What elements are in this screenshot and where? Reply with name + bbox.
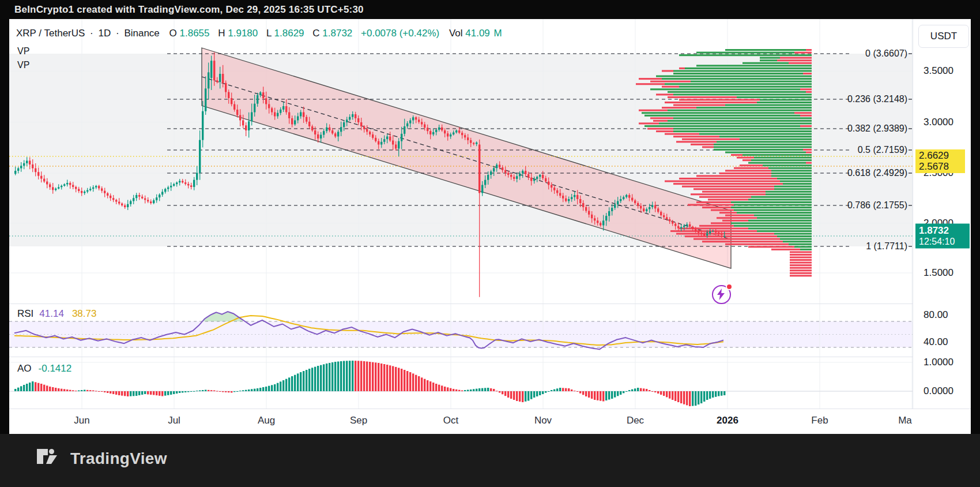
- time-axis-label: Jul: [168, 415, 180, 426]
- indicator-label-vp1[interactable]: VP: [17, 46, 29, 57]
- tradingview-logo[interactable]: TradingView: [37, 448, 167, 470]
- close-value: 1.8732: [322, 28, 352, 39]
- notification-dot-icon: [726, 283, 733, 290]
- alert-price-label[interactable]: 2.5678: [915, 160, 965, 173]
- ao-legend[interactable]: AO-0.1412: [17, 363, 71, 374]
- watermark-header: BeInCrypto1 created with TradingView.com…: [0, 0, 980, 19]
- time-axis-label: Aug: [258, 415, 275, 426]
- time-axis-label: 2026: [717, 415, 738, 426]
- time-axis-label: Feb: [811, 415, 828, 426]
- rsi-ma-value: 38.73: [72, 308, 97, 319]
- separator: ·: [116, 28, 119, 39]
- fib-level-label: 0.786 (2.1755): [846, 200, 907, 211]
- volume-unit: M: [494, 28, 502, 39]
- price-axis-label: 1.5000: [924, 267, 953, 279]
- volume-value: 41.09: [465, 28, 490, 39]
- volume-label: Vol: [449, 28, 463, 39]
- close-label: C: [312, 28, 319, 39]
- price-axis[interactable]: 3.50003.00002.50002.00001.500080.0040.00…: [913, 19, 971, 409]
- rsi-value: 41.14: [39, 308, 64, 319]
- time-axis-label: Dec: [627, 415, 644, 426]
- high-label: H: [218, 28, 225, 39]
- price-axis-label: 40.00: [924, 336, 948, 348]
- symbol-legend[interactable]: XRP / TetherUS · 1D · Binance O 1.8655 H…: [16, 28, 504, 39]
- open-label: O: [169, 28, 177, 39]
- time-axis-label: Ma: [898, 415, 912, 426]
- interval[interactable]: 1D: [99, 28, 111, 39]
- indicator-label-vp2[interactable]: VP: [17, 60, 29, 70]
- low-value: 1.8629: [274, 28, 304, 39]
- exchange: Binance: [124, 28, 159, 39]
- high-value: 1.9180: [228, 28, 258, 39]
- fib-level-label: 0.5 (2.7159): [846, 145, 907, 155]
- time-axis[interactable]: JunJulAugSepOctNovDec2026FebMa: [9, 409, 971, 434]
- fib-level-label: 0 (3.6607): [846, 48, 907, 59]
- separator: ·: [90, 28, 93, 39]
- tradingview-glyph-icon: [37, 448, 62, 470]
- low-label: L: [266, 28, 272, 39]
- ao-value: -0.1412: [39, 363, 72, 374]
- symbol-name[interactable]: XRP / TetherUS: [16, 28, 85, 39]
- current-price-tag: 1.873212:54:10: [915, 224, 970, 249]
- pane-divider[interactable]: [9, 357, 971, 357]
- fib-level-label: 1 (1.7711): [846, 241, 907, 252]
- price-axis-label: 3.5000: [924, 65, 953, 77]
- time-axis-label: Jun: [74, 415, 89, 426]
- price-axis-label: 80.00: [924, 309, 948, 321]
- price-axis-label: 3.0000: [924, 117, 953, 128]
- change-value: +0.0078 (+0.42%): [361, 28, 439, 39]
- footer-bar: TradingView: [0, 434, 980, 487]
- currency-toggle-button[interactable]: USDT: [918, 25, 969, 48]
- open-value: 1.8655: [180, 28, 210, 39]
- time-axis-label: Sep: [350, 415, 367, 426]
- price-axis-label: 0.0000: [924, 385, 953, 397]
- fib-level-label: 0.382 (2.9389): [846, 123, 907, 134]
- tradingview-wordmark: TradingView: [70, 449, 167, 468]
- flash-idea-button[interactable]: [712, 285, 731, 304]
- time-axis-label: Nov: [534, 415, 552, 426]
- current-price: 1.8732: [919, 225, 970, 236]
- pane-divider[interactable]: [9, 304, 971, 304]
- price-axis-label: 1.0000: [924, 357, 953, 368]
- fib-level-label: 0.236 (3.2148): [846, 94, 907, 104]
- rsi-legend[interactable]: RSI41.1438.73: [17, 308, 96, 320]
- time-axis-label: Oct: [443, 415, 458, 426]
- app-frame: BeInCrypto1 created with TradingView.com…: [0, 0, 980, 487]
- ao-name: AO: [17, 363, 32, 374]
- rsi-name: RSI: [17, 308, 33, 319]
- chart-canvas[interactable]: [9, 19, 913, 409]
- lightning-bolt-icon: [717, 289, 726, 300]
- fib-level-label: 0.618 (2.4929): [846, 168, 907, 178]
- chart-panel: XRP / TetherUS · 1D · Binance O 1.8655 H…: [9, 19, 971, 434]
- bar-countdown: 12:54:10: [919, 236, 970, 247]
